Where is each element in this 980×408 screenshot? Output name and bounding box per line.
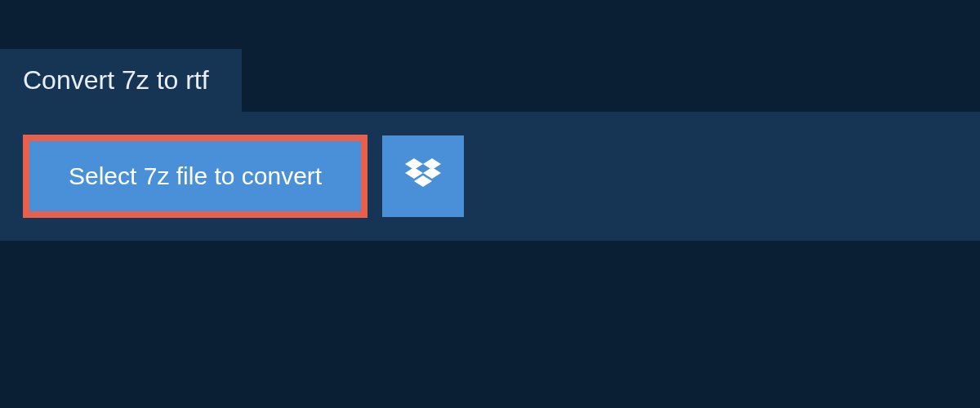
select-file-label: Select 7z file to convert: [69, 164, 322, 188]
dropbox-icon: [405, 158, 441, 194]
page-title: Convert 7z to rtf: [23, 65, 209, 95]
page-title-tab: Convert 7z to rtf: [0, 49, 242, 112]
upload-panel: Select 7z file to convert: [0, 112, 980, 241]
select-file-button[interactable]: Select 7z file to convert: [23, 135, 368, 218]
dropbox-button[interactable]: [382, 135, 464, 217]
